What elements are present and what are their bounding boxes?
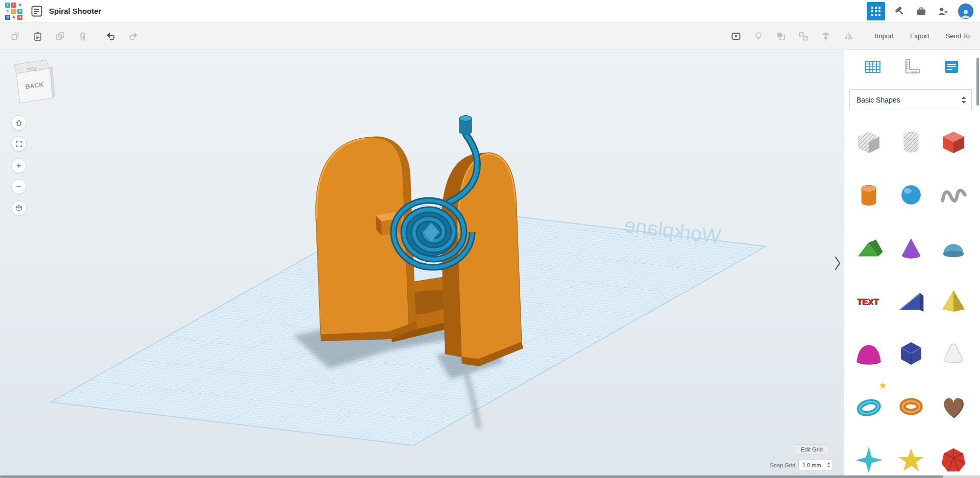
shape-tile-soft-cone[interactable] (933, 328, 975, 381)
hammer-icon (894, 6, 905, 17)
view-cube-top-label: TOP (27, 66, 37, 72)
notes-icon (942, 57, 961, 77)
shape-tile-heart[interactable] (933, 381, 975, 434)
shape-tile-sphere[interactable] (890, 168, 932, 221)
shape-tile-tube[interactable] (890, 381, 932, 434)
shapes-grid: TEXTTEXT (847, 115, 975, 478)
hex-prism-shape-icon (895, 338, 927, 370)
copy-button[interactable] (8, 29, 23, 44)
shape-tile-roof[interactable] (847, 221, 890, 274)
shape-tile-icosphere[interactable] (933, 434, 975, 478)
text-shape-icon: TEXTTEXT (853, 285, 885, 317)
shape-tile-cylinder[interactable] (847, 168, 890, 221)
notes-tool-button[interactable] (940, 56, 963, 78)
horizontal-scrollbar[interactable] (0, 475, 980, 478)
ungroup-button[interactable] (796, 29, 811, 44)
panel-collapse-handle[interactable] (833, 255, 842, 271)
snap-grid-label: Snap Grid (750, 462, 795, 468)
shape-tile-hex-prism[interactable] (890, 328, 932, 381)
shape-tile-text[interactable]: TEXTTEXT (847, 274, 890, 328)
zoom-out-button[interactable] (11, 179, 27, 194)
shapes-panel: Basic Shapes TEXTTEXT (844, 50, 980, 478)
copy-icon (10, 31, 21, 42)
snap-grid-value: 1.0 mm (802, 462, 821, 468)
svg-text:TEXT: TEXT (856, 297, 879, 307)
shape-tile-star-four[interactable] (847, 434, 890, 478)
align-icon (820, 31, 831, 42)
delete-button[interactable] (75, 29, 90, 44)
horizontal-scrollbar-thumb[interactable] (0, 475, 943, 478)
shape-tile-paraboloid[interactable] (847, 328, 890, 381)
shape-tile-wedge[interactable] (890, 274, 932, 328)
view-cube[interactable]: TOP BACK (9, 56, 66, 107)
shape-tile-star[interactable] (890, 434, 932, 478)
shape-tile-scribble[interactable] (933, 168, 975, 221)
fit-view-button[interactable] (11, 136, 27, 152)
shape-tile-box-hole[interactable] (847, 115, 890, 168)
align-button[interactable] (818, 29, 834, 44)
trash-icon (77, 31, 88, 42)
mirror-button[interactable] (841, 29, 856, 44)
zoom-out-icon (15, 183, 23, 191)
logo-tile-I: I (11, 3, 16, 8)
shape-tile-cylinder-hole[interactable] (890, 115, 932, 168)
shape-tile-cone[interactable] (890, 221, 932, 274)
shape-category-dropdown[interactable]: Basic Shapes (849, 89, 972, 110)
design-title: Spiral Shooter (49, 7, 102, 15)
perspective-toggle-button[interactable] (11, 200, 27, 216)
redo-icon (128, 31, 139, 42)
show-all-button[interactable] (728, 29, 744, 44)
export-button[interactable]: Export (904, 28, 936, 44)
sphere-shape-icon (895, 179, 927, 211)
edit-actions (4, 29, 144, 44)
duplicate-button[interactable] (53, 29, 68, 44)
zoom-in-button[interactable] (11, 158, 27, 173)
apps-grid-button[interactable] (867, 2, 885, 20)
viewport[interactable]: Workplane (0, 50, 844, 478)
ruler-icon (902, 57, 922, 77)
avatar[interactable] (958, 3, 974, 19)
paste-button[interactable] (30, 29, 45, 44)
soft-cone-shape-icon (938, 338, 969, 370)
box-hole-shape-icon (853, 126, 885, 158)
workplane-tool-button[interactable] (862, 56, 884, 78)
redo-button[interactable] (126, 29, 141, 44)
scene-canvas[interactable]: Workplane (0, 50, 844, 478)
edit-grid-button[interactable]: Edit Grid (795, 444, 829, 455)
design-menu-icon[interactable] (31, 5, 43, 17)
panel-scrollbar[interactable] (976, 58, 979, 106)
header-actions (867, 2, 974, 20)
mirror-icon (843, 31, 854, 42)
shape-tile-pyramid[interactable] (933, 274, 975, 328)
ungroup-icon (798, 31, 809, 42)
star-four-shape-icon (853, 444, 885, 476)
star-badge-icon (879, 382, 887, 389)
scribble-shape-icon (938, 179, 969, 211)
zoom-in-icon (15, 162, 23, 170)
group-button[interactable] (773, 29, 789, 44)
lighting-button[interactable] (751, 29, 766, 44)
briefcase-icon (916, 6, 927, 17)
pyramid-shape-icon (938, 285, 969, 317)
logo-tile-E: E (11, 9, 16, 14)
home-icon (15, 119, 23, 127)
undo-button[interactable] (103, 29, 118, 44)
logo-tile-K: K (5, 9, 10, 14)
duplicate-icon (55, 31, 66, 42)
shape-tile-box[interactable] (933, 115, 975, 168)
import-button[interactable]: Import (869, 28, 900, 44)
ruler-tool-button[interactable] (901, 56, 923, 78)
star-shape-icon (895, 444, 927, 476)
send-to-button[interactable]: Send To (940, 28, 976, 44)
cylinder-hole-shape-icon (895, 126, 927, 158)
snap-grid-select[interactable]: 1.0 mm (798, 460, 833, 470)
shape-tile-half-sphere[interactable] (933, 221, 975, 274)
invite-button[interactable] (936, 5, 949, 18)
stepper-icon (827, 462, 830, 468)
projects-button[interactable] (915, 5, 928, 18)
tinkercad-logo[interactable]: TINKERCAD (5, 3, 22, 20)
home-view-button[interactable] (11, 115, 27, 131)
roof-shape-icon (853, 232, 885, 264)
shape-tile-torus[interactable] (847, 381, 890, 434)
tinker-tools-button[interactable] (893, 5, 906, 18)
